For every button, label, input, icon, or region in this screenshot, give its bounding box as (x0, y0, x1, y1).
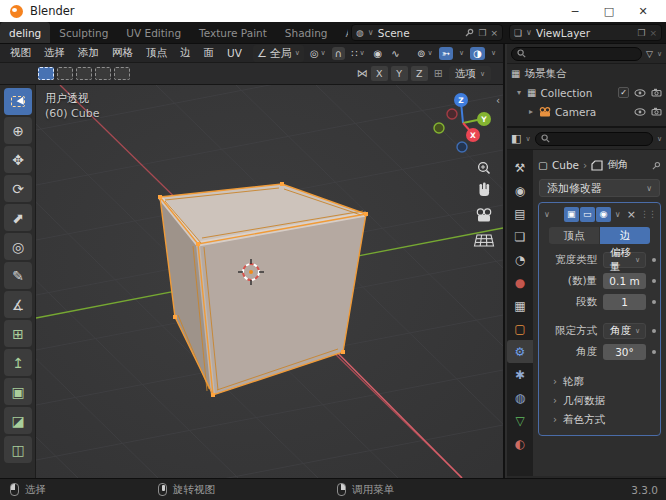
minimize-button[interactable]: ─ (558, 1, 592, 21)
tool-extrude-region[interactable]: ↥ (4, 349, 32, 376)
menu-face[interactable]: 面 (198, 46, 221, 60)
chevron-down-icon[interactable]: ∨ (657, 50, 662, 58)
workspace-tab-texture-paint[interactable]: Texture Paint (190, 22, 276, 43)
properties-search-input[interactable] (535, 132, 653, 146)
select-mode-new[interactable] (38, 67, 54, 80)
tab-physics[interactable]: ◍ (507, 386, 533, 409)
angle-field[interactable]: 30° (603, 344, 646, 360)
tab-collection[interactable]: ▦ (507, 294, 533, 317)
close-button[interactable]: ✕ (626, 1, 660, 21)
proportional-editing-toggle[interactable]: ◉ (371, 47, 386, 60)
mirror-z-button[interactable]: Z (411, 66, 428, 81)
tool-bevel[interactable]: ◪ (4, 407, 32, 434)
animate-dot[interactable] (652, 350, 656, 354)
falloff-dropdown[interactable]: ∿ (388, 47, 402, 60)
tool-add-cube[interactable]: ⊞ (4, 320, 32, 347)
pin-icon[interactable] (652, 161, 661, 170)
outliner-search-input[interactable] (511, 47, 642, 61)
pivot-point-dropdown[interactable]: ◎ ∨ (307, 47, 329, 60)
collection-checkbox[interactable]: ✓ (618, 87, 629, 98)
hide-eye-icon[interactable] (634, 89, 646, 97)
tool-measure[interactable]: ∡ (4, 291, 32, 318)
view-layer-selector[interactable]: ❏ ∨ ViewLayer ❐ × (509, 24, 662, 41)
select-mode-intersect[interactable] (114, 67, 130, 80)
pan-button[interactable] (480, 183, 490, 197)
animate-dot[interactable] (652, 329, 656, 333)
outliner-row-camera[interactable]: ▸ Camera (507, 102, 666, 121)
tab-view-layer[interactable]: ❏ (507, 225, 533, 248)
xray-dropdown[interactable]: ∨ (456, 48, 467, 58)
select-mode-subtract[interactable] (76, 67, 92, 80)
segments-field[interactable]: 1 (603, 294, 646, 310)
gizmo-neg-z-axis[interactable] (457, 142, 467, 152)
tab-particles[interactable]: ✱ (507, 363, 533, 386)
viewport-shading-toggle[interactable]: ◑ (470, 47, 485, 60)
snap-toggle[interactable]: ∩ (332, 47, 345, 60)
filter-chevron-icon[interactable]: ∨ (657, 135, 662, 143)
tool-cursor[interactable]: ⊕ (4, 117, 32, 144)
delete-modifier-icon[interactable]: × (627, 208, 636, 221)
new-scene-icon[interactable]: ❐ (478, 28, 486, 38)
section-shading[interactable]: › 着色方式 (539, 410, 660, 429)
menu-uv[interactable]: UV (221, 47, 248, 59)
shading-dropdown[interactable]: ∨ (488, 48, 499, 58)
transform-orientation-dropdown[interactable]: ∠ 全局 ∨ (253, 45, 304, 62)
render-visibility-icon[interactable] (651, 88, 662, 97)
expand-caret-icon[interactable]: ▸ (527, 107, 535, 116)
section-profile[interactable]: › 轮廓 (539, 372, 660, 391)
outliner-row-cube[interactable]: ▸ Cube (507, 121, 666, 128)
menu-edge[interactable]: 边 (174, 46, 197, 60)
chevron-down-icon[interactable]: ∨ (525, 135, 530, 143)
tool-transform[interactable]: ◎ (4, 233, 32, 260)
tab-object-data[interactable]: ▽ (507, 409, 533, 432)
workspace-tab-sculpting[interactable]: Sculpting (50, 22, 117, 43)
tool-move[interactable]: ✥ (4, 146, 32, 173)
menu-vertex[interactable]: 顶点 (140, 46, 173, 60)
options-dropdown[interactable]: 选项 ∨ (449, 66, 491, 82)
select-mode-extend[interactable] (57, 67, 73, 80)
viewport-3d[interactable]: Z Y X ‹ (36, 85, 503, 478)
display-realtime-toggle[interactable]: ▭ (580, 207, 595, 222)
render-visibility-icon[interactable] (651, 107, 662, 116)
panel-collapse-icon[interactable]: ∨ (544, 210, 550, 219)
breadcrumb-object[interactable]: Cube (552, 159, 579, 171)
mirror-x-button[interactable]: X (371, 66, 388, 81)
affect-edges-tab[interactable]: 边 (600, 227, 650, 244)
gizmo-neg-y-axis[interactable] (434, 123, 444, 133)
display-render-toggle[interactable]: ◉ (596, 207, 611, 222)
sidebar-collapse-icon[interactable]: ‹ (496, 95, 500, 106)
tab-world[interactable]: ● (507, 271, 533, 294)
tool-annotate[interactable]: ✎ (4, 262, 32, 289)
tool-inset-faces[interactable]: ▣ (4, 378, 32, 405)
select-mode-invert[interactable] (95, 67, 111, 80)
filter-funnel-icon[interactable]: ▽ (646, 49, 653, 59)
mirror-y-button[interactable]: Y (391, 66, 408, 81)
tool-scale[interactable]: ⬈ (4, 204, 32, 231)
add-modifier-dropdown[interactable]: 添加修改器 ∨ (539, 179, 660, 197)
tab-material[interactable]: ◐ (507, 432, 533, 455)
tool-rotate[interactable]: ⟳ (4, 175, 32, 202)
new-view-layer-icon[interactable]: ❐ (637, 28, 645, 38)
outliner-row-collection[interactable]: ▾ ▦ Collection ✓ (507, 83, 666, 102)
scene-selector[interactable]: ◍ ∨ Scene ❐ × (351, 24, 503, 41)
menu-view[interactable]: 视图 (4, 46, 37, 60)
breadcrumb-modifier[interactable]: 倒角 (607, 158, 628, 172)
menu-select[interactable]: 选择 (38, 46, 71, 60)
workspace-tab-shading[interactable]: Shading (276, 22, 337, 43)
tool-loop-cut[interactable]: ◫ (4, 436, 32, 463)
limit-method-dropdown[interactable]: 角度 ∨ (603, 323, 646, 339)
animate-dot[interactable] (652, 300, 656, 304)
tab-modifiers[interactable]: ⚙ (507, 340, 533, 363)
amount-field[interactable]: 0.1 m (603, 273, 646, 289)
section-geometry[interactable]: › 几何数据 (539, 391, 660, 410)
collapse-caret-icon[interactable]: ▾ (515, 88, 523, 97)
tab-object[interactable]: ▢ (507, 317, 533, 340)
workspace-tab-animation[interactable]: Animation (337, 22, 348, 43)
modifier-extras-icon[interactable]: ∨ (615, 210, 621, 219)
width-type-dropdown[interactable]: 偏移量 ∨ (603, 252, 646, 268)
pin-icon[interactable] (465, 28, 474, 37)
affect-vertices-tab[interactable]: 顶点 (549, 227, 599, 244)
outliner-row-scene-collection[interactable]: ▦ 场景集合 (507, 64, 666, 83)
tab-output[interactable]: ▤ (507, 202, 533, 225)
unlink-scene-icon[interactable]: × (490, 28, 498, 38)
